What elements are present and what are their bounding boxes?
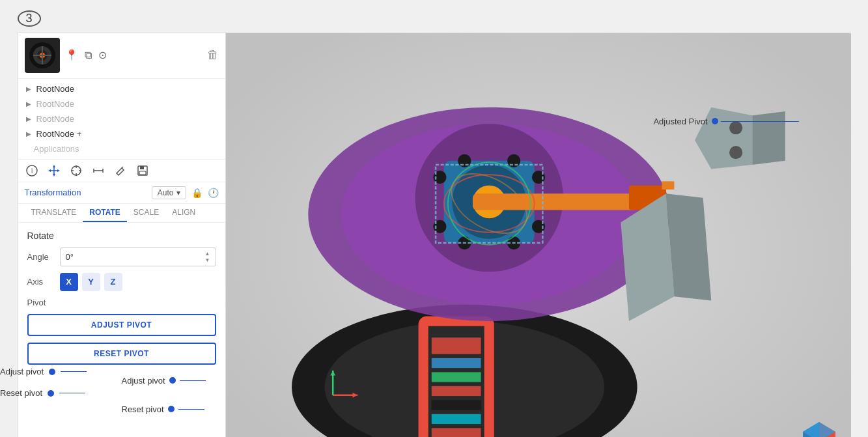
adjust-pivot-text: Adjust pivot bbox=[122, 376, 165, 386]
circle-icon[interactable]: ⊙ bbox=[98, 49, 107, 61]
adjusted-pivot-text: Adjusted Pivot bbox=[653, 117, 707, 126]
pivot-label: Pivot bbox=[27, 298, 216, 307]
dropdown-arrow: ▾ bbox=[176, 188, 180, 197]
sub-tabs: TRANSLATE ROTATE SCALE ALIGN bbox=[18, 204, 225, 223]
copy-icon[interactable]: ⧉ bbox=[85, 49, 92, 61]
toolbar-row: i bbox=[18, 160, 225, 182]
svg-rect-35 bbox=[431, 414, 481, 423]
svg-point-49 bbox=[507, 154, 520, 167]
adjust-pivot-annotation: Adjust pivot bbox=[122, 376, 206, 386]
save-tool[interactable] bbox=[135, 163, 150, 178]
svg-point-48 bbox=[458, 154, 471, 167]
svg-rect-25 bbox=[139, 171, 146, 175]
angle-spinners[interactable]: ▲ ▼ bbox=[205, 251, 210, 263]
reset-pivot-text: Reset pivot bbox=[122, 404, 164, 414]
svg-rect-34 bbox=[431, 400, 481, 410]
thumb-row: 📍 ⧉ ⊙ 🗑 bbox=[18, 33, 225, 79]
tree-arrow: ▶ bbox=[26, 100, 33, 107]
tree-item-label: Applications bbox=[34, 144, 79, 154]
axis-z-button[interactable]: Z bbox=[104, 273, 122, 291]
angle-value: 0° bbox=[66, 252, 74, 262]
reset-pivot-button[interactable]: RESET PIVOT bbox=[27, 343, 216, 365]
thumb-icons: 📍 ⧉ ⊙ bbox=[65, 49, 202, 61]
reset-pivot-annotation-text: Reset pivot bbox=[0, 388, 42, 398]
svg-point-63 bbox=[729, 146, 742, 159]
rotate-title: Rotate bbox=[27, 231, 216, 241]
reset-pivot-dot bbox=[168, 406, 175, 412]
pencil-tool[interactable] bbox=[113, 163, 128, 178]
tab-scale[interactable]: SCALE bbox=[127, 204, 165, 222]
svg-rect-24 bbox=[140, 166, 144, 169]
tree-item-label: RootNode bbox=[36, 99, 75, 109]
angle-input-box[interactable]: 0° ▲ ▼ bbox=[60, 247, 216, 266]
lock-icon[interactable]: 🔒 bbox=[191, 188, 203, 198]
svg-rect-54 bbox=[662, 181, 674, 190]
axis-x-button[interactable]: X bbox=[60, 273, 78, 291]
adjust-line bbox=[61, 371, 87, 372]
history-icon[interactable]: 🕐 bbox=[208, 188, 219, 198]
svg-marker-11 bbox=[53, 174, 55, 176]
adjust-pivot-annotation-text: Adjust pivot bbox=[0, 367, 44, 376]
svg-marker-12 bbox=[48, 169, 51, 172]
axis-y-button[interactable]: Y bbox=[82, 273, 100, 291]
reset-dot bbox=[48, 390, 54, 397]
transformation-row: Transformation Auto ▾ 🔒 🕐 bbox=[18, 182, 225, 204]
adjusted-pivot-annotation: Adjusted Pivot bbox=[653, 117, 798, 126]
reset-pivot-annotation: Reset pivot bbox=[122, 404, 204, 414]
3d-viewport[interactable]: Adjusted Pivot bbox=[226, 32, 851, 438]
reset-pivot-line bbox=[178, 409, 204, 410]
tree-item-label: RootNode bbox=[36, 114, 75, 124]
move-tool[interactable] bbox=[47, 163, 61, 178]
axis-field-row: Axis X Y Z bbox=[27, 273, 216, 291]
svg-rect-31 bbox=[431, 358, 481, 367]
svg-marker-13 bbox=[57, 169, 60, 172]
adjusted-pivot-dot bbox=[712, 118, 718, 124]
adjust-dot bbox=[49, 369, 55, 375]
angle-label: Angle bbox=[27, 252, 53, 262]
tree-arrow: ▶ bbox=[26, 85, 33, 92]
adjust-pivot-button[interactable]: ADJUST PIVOT bbox=[27, 314, 216, 336]
adjust-pivot-row: Adjust pivot bbox=[0, 367, 87, 376]
adjusted-pivot-line bbox=[721, 121, 799, 122]
tree-item-rootnode-1[interactable]: ▶ RootNode bbox=[18, 81, 225, 96]
tab-translate[interactable]: TRANSLATE bbox=[25, 204, 83, 222]
svg-marker-10 bbox=[53, 165, 55, 167]
tab-rotate[interactable]: ROTATE bbox=[83, 204, 127, 222]
reset-line bbox=[59, 393, 85, 393]
tree-item-rootnode-3[interactable]: ▶ RootNode bbox=[18, 111, 225, 126]
tree-arrow: ▶ bbox=[26, 130, 33, 137]
left-annotations-container: Adjust pivot Reset pivot bbox=[0, 367, 87, 398]
select-tool[interactable] bbox=[69, 163, 83, 178]
location-icon[interactable]: 📍 bbox=[65, 49, 78, 61]
axis-buttons: X Y Z bbox=[60, 273, 122, 291]
measure-tool[interactable] bbox=[91, 163, 105, 178]
svg-line-22 bbox=[122, 167, 123, 168]
tree-item-label: RootNode bbox=[36, 84, 75, 94]
tab-align[interactable]: ALIGN bbox=[165, 204, 202, 222]
axis-cube bbox=[803, 422, 835, 437]
angle-field-row: Angle 0° ▲ ▼ bbox=[27, 247, 216, 266]
adjust-pivot-line bbox=[180, 380, 206, 381]
reset-pivot-row: Reset pivot bbox=[0, 388, 87, 398]
info-tool[interactable]: i bbox=[25, 163, 39, 178]
auto-select-value: Auto bbox=[158, 188, 174, 197]
svg-text:i: i bbox=[31, 167, 32, 175]
transformation-label: Transformation bbox=[25, 188, 81, 197]
auto-select-dropdown[interactable]: Auto ▾ bbox=[152, 186, 186, 199]
delete-button[interactable]: 🗑 bbox=[207, 48, 219, 62]
tree-arrow: ▶ bbox=[26, 115, 33, 122]
adjust-pivot-dot bbox=[169, 377, 176, 384]
rotate-section: Rotate Angle 0° ▲ ▼ Axis bbox=[18, 223, 225, 373]
svg-rect-52 bbox=[472, 193, 637, 210]
svg-rect-30 bbox=[431, 337, 481, 354]
svg-rect-32 bbox=[431, 372, 481, 382]
step-number: 3 bbox=[18, 10, 41, 27]
tree-item-label: RootNode + bbox=[36, 129, 82, 139]
tree-section: ▶ RootNode ▶ RootNode ▶ RootNode ▶ RootN… bbox=[18, 79, 225, 160]
tree-item-rootnode-4[interactable]: ▶ RootNode + bbox=[18, 126, 225, 141]
tree-item-applications[interactable]: Applications bbox=[18, 141, 225, 156]
svg-rect-33 bbox=[431, 386, 481, 395]
axis-label: Axis bbox=[27, 277, 53, 287]
tree-item-rootnode-2[interactable]: ▶ RootNode bbox=[18, 96, 225, 111]
model-thumbnail bbox=[25, 38, 60, 73]
